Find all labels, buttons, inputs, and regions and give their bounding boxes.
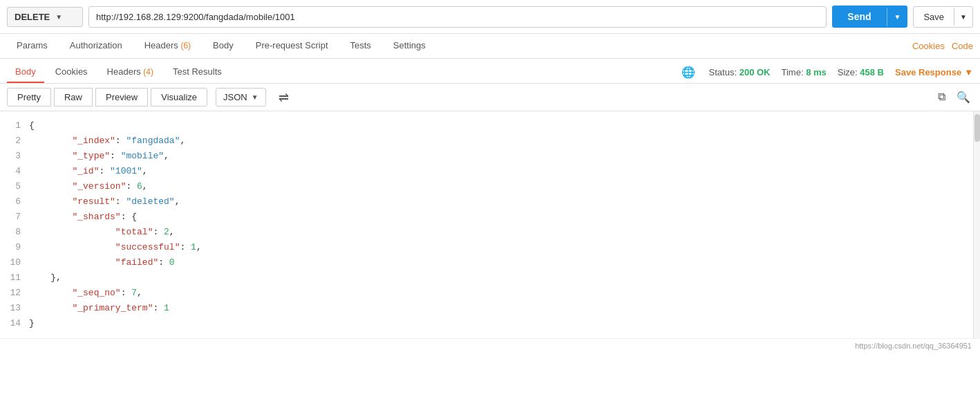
save-response-arrow-icon: ▼ bbox=[964, 67, 973, 77]
tab-prerequest[interactable]: Pre-request Script bbox=[246, 34, 338, 58]
view-raw-button[interactable]: Raw bbox=[54, 88, 93, 106]
top-bar: DELETE ▼ Send ▼ Save ▼ bbox=[0, 0, 980, 34]
scroll-thumb[interactable] bbox=[974, 114, 980, 142]
save-button[interactable]: Save ▼ bbox=[913, 6, 973, 28]
code-area: 1234567891011121314 { "_index": "fangdad… bbox=[0, 111, 980, 338]
line-numbers: 1234567891011121314 bbox=[0, 111, 26, 338]
tab-params[interactable]: Params bbox=[7, 34, 57, 58]
request-tabs: Params Authorization Headers (6) Body Pr… bbox=[0, 34, 980, 59]
globe-icon: 🌐 bbox=[681, 66, 695, 79]
send-button[interactable]: Send ▼ bbox=[832, 6, 907, 28]
scrollbar[interactable] bbox=[973, 111, 980, 338]
time-label: Time: 8 ms bbox=[781, 67, 826, 77]
status-label: Status: 200 OK bbox=[709, 67, 771, 77]
method-arrow-icon: ▼ bbox=[55, 13, 62, 21]
save-dropdown-arrow-icon[interactable]: ▼ bbox=[954, 8, 972, 26]
send-dropdown-arrow-icon[interactable]: ▼ bbox=[887, 8, 908, 26]
tab-authorization[interactable]: Authorization bbox=[60, 34, 132, 58]
method-dropdown[interactable]: DELETE ▼ bbox=[7, 7, 83, 27]
url-input[interactable] bbox=[88, 6, 827, 28]
response-status: 🌐 Status: 200 OK Time: 8 ms Size: 458 B … bbox=[681, 66, 973, 79]
resp-tab-testresults[interactable]: Test Results bbox=[164, 62, 230, 83]
size-label: Size: 458 B bbox=[838, 67, 884, 77]
save-label: Save bbox=[914, 7, 954, 27]
tab-settings[interactable]: Settings bbox=[384, 34, 435, 58]
view-preview-button[interactable]: Preview bbox=[95, 88, 148, 106]
body-toolbar: Pretty Raw Preview Visualize JSON ▼ ⇌ ⧉ … bbox=[0, 84, 980, 111]
cookies-link[interactable]: Cookies bbox=[912, 41, 945, 51]
wrap-icon: ⇌ bbox=[279, 91, 289, 104]
right-links: Cookies Code bbox=[912, 41, 973, 51]
resp-tab-cookies[interactable]: Cookies bbox=[47, 62, 96, 83]
footer-watermark: https://blog.csdn.net/qq_36364951 bbox=[0, 338, 980, 353]
wrap-button[interactable]: ⇌ bbox=[274, 89, 293, 106]
resp-tab-body[interactable]: Body bbox=[7, 62, 44, 83]
tab-tests[interactable]: Tests bbox=[341, 34, 381, 58]
format-dropdown[interactable]: JSON ▼ bbox=[216, 88, 266, 106]
format-dropdown-arrow-icon: ▼ bbox=[252, 93, 258, 101]
code-content: { "_index": "fangdada", "_type": "mobile… bbox=[26, 111, 973, 338]
copy-icon[interactable]: ⧉ bbox=[935, 89, 948, 105]
resp-tab-headers[interactable]: Headers (4) bbox=[99, 62, 162, 83]
tab-body[interactable]: Body bbox=[203, 34, 243, 58]
code-action-icons: ⧉ 🔍 bbox=[935, 89, 973, 105]
send-label: Send bbox=[832, 6, 886, 28]
method-label: DELETE bbox=[15, 12, 50, 22]
save-response-button[interactable]: Save Response ▼ bbox=[895, 67, 973, 77]
tab-headers[interactable]: Headers (6) bbox=[135, 34, 200, 58]
view-visualize-button[interactable]: Visualize bbox=[151, 88, 207, 106]
search-icon[interactable]: 🔍 bbox=[954, 89, 973, 105]
response-tabs: Body Cookies Headers (4) Test Results 🌐 … bbox=[0, 59, 980, 84]
view-pretty-button[interactable]: Pretty bbox=[7, 88, 51, 106]
code-link[interactable]: Code bbox=[952, 41, 973, 51]
